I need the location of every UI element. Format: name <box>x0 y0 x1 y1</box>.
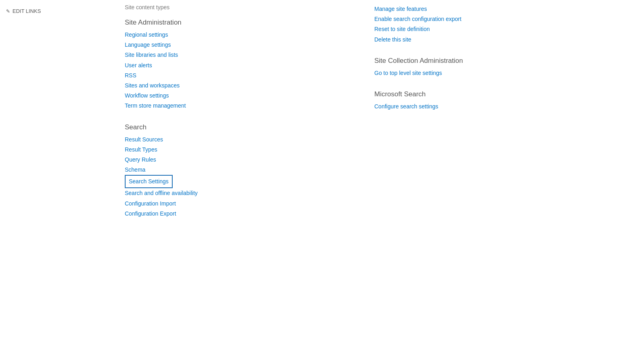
reset-to-site-definition-link[interactable]: Reset to site definition <box>374 24 608 34</box>
schema-link[interactable]: Schema <box>125 165 358 175</box>
site-collection-admin-section: Site Collection Administration Go to top… <box>374 57 608 78</box>
manage-site-features-link[interactable]: Manage site features <box>374 4 608 14</box>
workflow-settings-link[interactable]: Workflow settings <box>125 91 358 101</box>
search-settings-link[interactable]: Search Settings <box>125 175 173 188</box>
search-offline-availability-link[interactable]: Search and offline availability <box>125 188 358 198</box>
result-types-link[interactable]: Result Types <box>125 145 358 155</box>
go-to-top-level-site-settings-link[interactable]: Go to top level site settings <box>374 68 608 78</box>
search-title: Search <box>125 123 358 131</box>
configuration-import-link[interactable]: Configuration Import <box>125 199 358 209</box>
rss-link[interactable]: RSS <box>125 71 358 81</box>
user-alerts-link[interactable]: User alerts <box>125 60 358 71</box>
pencil-icon: ✎ <box>6 8 10 14</box>
microsoft-search-section: Microsoft Search Configure search settin… <box>374 90 608 112</box>
enable-search-config-export-link[interactable]: Enable search configuration export <box>374 14 608 24</box>
configuration-export-link[interactable]: Configuration Export <box>125 209 358 219</box>
microsoft-search-title: Microsoft Search <box>374 90 608 98</box>
search-section: Search Result Sources Result Types Query… <box>125 123 358 219</box>
edit-links-label: EDIT LINKS <box>12 8 41 14</box>
regional-settings-link[interactable]: Regional settings <box>125 30 358 40</box>
edit-links-button[interactable]: ✎ EDIT LINKS <box>6 8 107 14</box>
page-container: ✎ EDIT LINKS Site content types Site Adm… <box>0 0 644 355</box>
look-and-feel-section: Manage site features Enable search confi… <box>374 4 608 45</box>
site-content-types-link[interactable]: Site content types <box>125 4 358 10</box>
column-left: Site content types Site Administration R… <box>125 4 358 351</box>
delete-this-site-link[interactable]: Delete this site <box>374 35 608 45</box>
site-collection-admin-title: Site Collection Administration <box>374 57 608 65</box>
main-content: Site content types Site Administration R… <box>113 0 644 355</box>
site-administration-section: Site Administration Regional settings La… <box>125 19 358 111</box>
configure-search-settings-link[interactable]: Configure search settings <box>374 102 608 112</box>
site-libraries-and-lists-link[interactable]: Site libraries and lists <box>125 50 358 60</box>
left-nav: ✎ EDIT LINKS <box>0 0 113 355</box>
language-settings-link[interactable]: Language settings <box>125 40 358 50</box>
query-rules-link[interactable]: Query Rules <box>125 155 358 165</box>
term-store-management-link[interactable]: Term store management <box>125 101 358 111</box>
site-administration-title: Site Administration <box>125 19 358 27</box>
column-right: Manage site features Enable search confi… <box>374 4 608 351</box>
result-sources-link[interactable]: Result Sources <box>125 135 358 145</box>
sites-and-workspaces-link[interactable]: Sites and workspaces <box>125 81 358 91</box>
